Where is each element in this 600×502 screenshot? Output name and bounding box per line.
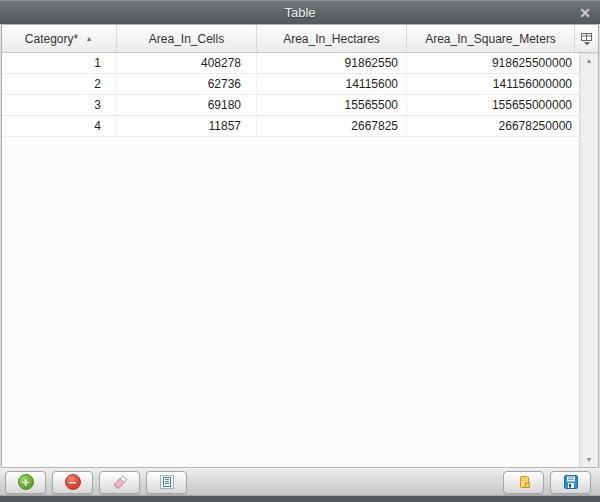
eraser-icon <box>112 474 128 490</box>
cell-area-in-hectares[interactable]: 14115600 <box>257 74 407 94</box>
window-bottom-edge <box>0 496 600 502</box>
folder-icon <box>516 474 532 490</box>
column-header-area-in-cells[interactable]: Area_In_Cells <box>117 25 257 52</box>
delete-record-button[interactable]: − <box>52 471 93 494</box>
cell-category[interactable]: 1 <box>2 53 117 73</box>
cell-area-in-square-meters[interactable]: 26678250000 <box>407 116 579 136</box>
cell-area-in-cells[interactable]: 11857 <box>117 116 257 136</box>
cell-area-in-hectares[interactable]: 2667825 <box>257 116 407 136</box>
remove-icon: − <box>65 474 81 490</box>
cell-area-in-square-meters[interactable]: 141156000000 <box>407 74 579 94</box>
column-header-category[interactable]: Category* ▲ <box>2 25 117 52</box>
add-record-button[interactable]: + <box>5 471 46 494</box>
bottom-toolbar: + − <box>0 468 600 496</box>
column-header-area-in-hectares[interactable]: Area_In_Hectares <box>257 25 407 52</box>
table-row[interactable]: 4 11857 2667825 26678250000 <box>2 116 579 137</box>
table-row[interactable]: 1 408278 91862550 918625500000 <box>2 53 579 74</box>
save-floppy-icon <box>563 474 579 490</box>
column-picker-icon <box>580 32 594 46</box>
cell-category[interactable]: 2 <box>2 74 117 94</box>
column-header-label: Area_In_Square_Meters <box>425 32 556 46</box>
scroll-up-icon[interactable]: ▲ <box>580 57 598 64</box>
column-header-label: Area_In_Cells <box>149 32 224 46</box>
title-bar[interactable]: Table ✕ <box>0 0 600 24</box>
table-row[interactable]: 3 69180 15565500 155655000000 <box>2 95 579 116</box>
table-row[interactable]: 2 62736 14115600 141156000000 <box>2 74 579 95</box>
column-header-label: Area_In_Hectares <box>283 32 380 46</box>
cell-area-in-cells[interactable]: 62736 <box>117 74 257 94</box>
cell-area-in-cells[interactable]: 69180 <box>117 95 257 115</box>
cell-area-in-hectares[interactable]: 91862550 <box>257 53 407 73</box>
eraser-button[interactable] <box>99 471 140 494</box>
window-title: Table <box>284 5 315 20</box>
sort-ascending-icon: ▲ <box>86 34 93 42</box>
scroll-down-icon[interactable]: ▼ <box>580 456 598 463</box>
column-header-label: Category* <box>25 32 78 46</box>
cell-category[interactable]: 4 <box>2 116 117 136</box>
cell-area-in-cells[interactable]: 408278 <box>117 53 257 73</box>
table-header-row: Category* ▲ Area_In_Cells Area_In_Hectar… <box>2 25 598 53</box>
open-table-button[interactable] <box>503 471 544 494</box>
vertical-scrollbar[interactable]: ▲ ▼ <box>579 53 598 467</box>
cell-area-in-square-meters[interactable]: 155655000000 <box>407 95 579 115</box>
attribute-table: Category* ▲ Area_In_Cells Area_In_Hectar… <box>1 24 599 468</box>
table-window: Table ✕ Category* ▲ Area_In_Cells Area_I… <box>0 0 600 502</box>
table-rows: 1 408278 91862550 918625500000 2 62736 1… <box>2 53 579 137</box>
save-table-button[interactable] <box>550 471 591 494</box>
form-view-icon <box>159 474 175 490</box>
table-body: 1 408278 91862550 918625500000 2 62736 1… <box>2 53 598 467</box>
cell-category[interactable]: 3 <box>2 95 117 115</box>
close-icon[interactable]: ✕ <box>579 3 591 23</box>
column-picker-button[interactable] <box>575 25 598 52</box>
column-header-area-in-square-meters[interactable]: Area_In_Square_Meters <box>407 25 575 52</box>
add-icon: + <box>18 474 34 490</box>
show-as-form-button[interactable] <box>146 471 187 494</box>
cell-area-in-hectares[interactable]: 15565500 <box>257 95 407 115</box>
cell-area-in-square-meters[interactable]: 918625500000 <box>407 53 579 73</box>
